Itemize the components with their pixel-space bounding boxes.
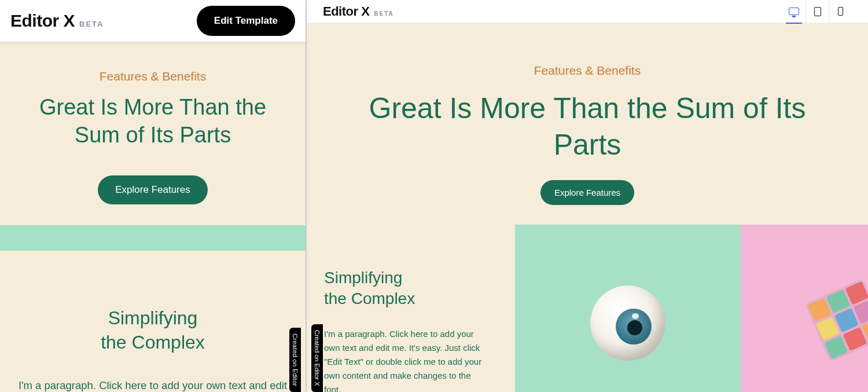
created-on-badge[interactable]: Created on Editor: [289, 328, 301, 392]
beta-badge: BETA: [79, 20, 104, 28]
decorative-mint-band: [0, 225, 306, 251]
mobile-preview-content: Features & Benefits Great Is More Than t…: [0, 42, 306, 392]
hero-title: Great Is More Than the Sum of Its Parts: [0, 94, 306, 149]
eyeball-graphic: [590, 285, 665, 361]
section-subtitle: Simplifyingthe Complex: [0, 306, 306, 354]
feature-row: Simplifyingthe Complex I'm a paragraph. …: [307, 225, 868, 392]
hero-title: Great Is More Than the Sum of Its Parts: [307, 90, 868, 163]
brand-logo[interactable]: Editor X BETA: [10, 11, 104, 31]
brand-name: Editor X: [323, 4, 369, 19]
device-phone-button[interactable]: [829, 0, 852, 23]
device-desktop-button[interactable]: [782, 0, 806, 23]
desktop-icon: [789, 8, 799, 15]
brand-logo[interactable]: Editor X BETA: [323, 4, 394, 19]
eyebrow-text: Features & Benefits: [307, 64, 868, 78]
feature-text-block: Simplifyingthe Complex I'm a paragraph. …: [307, 225, 515, 392]
feature-image-pink: [741, 225, 868, 392]
desktop-preview-panel: Editor X BETA Features & Benefits Great …: [307, 0, 868, 392]
section-subtitle: Simplifyingthe Complex: [324, 268, 498, 310]
created-on-badge[interactable]: Created on Editor X: [311, 324, 323, 392]
explore-features-button[interactable]: Explore Features: [98, 175, 207, 204]
desktop-preview-content: Features & Benefits Great Is More Than t…: [307, 23, 868, 392]
explore-features-button[interactable]: Explore Features: [540, 180, 634, 205]
edit-template-button[interactable]: Edit Template: [197, 6, 295, 36]
editable-paragraph[interactable]: I'm a paragraph. Click here to add your …: [324, 327, 486, 392]
beta-badge: BETA: [374, 10, 393, 17]
desktop-preview-header: Editor X BETA: [307, 0, 868, 23]
mobile-preview-panel: Editor X BETA Edit Template Features & B…: [0, 0, 307, 392]
phone-icon: [838, 7, 843, 16]
eyebrow-text: Features & Benefits: [0, 69, 306, 83]
feature-image-mint: [515, 225, 741, 392]
device-switcher: [782, 0, 852, 23]
rubiks-cube-graphic: [804, 278, 868, 362]
editable-paragraph[interactable]: I'm a paragraph. Click here to add your …: [0, 378, 306, 392]
brand-name: Editor X: [10, 11, 75, 31]
device-tablet-button[interactable]: [806, 0, 829, 23]
tablet-icon: [814, 7, 821, 16]
mobile-preview-header: Editor X BETA Edit Template: [0, 0, 306, 42]
